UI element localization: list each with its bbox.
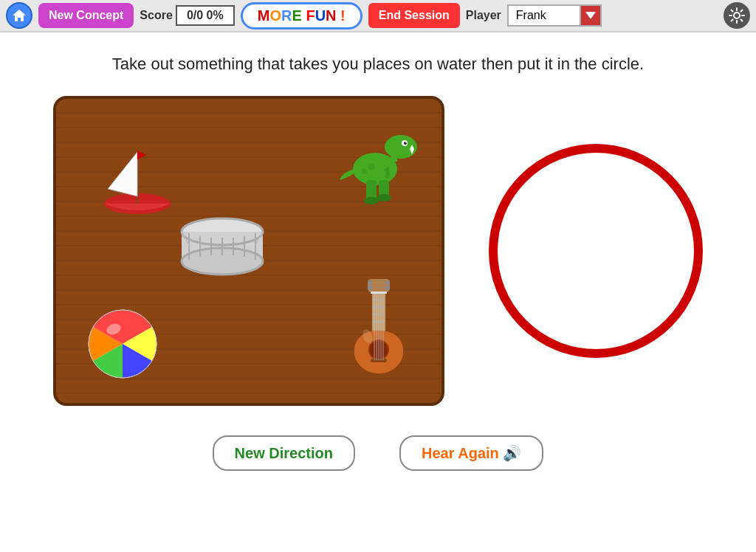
player-select-wrap: [507, 4, 602, 27]
sailboat-item[interactable]: [93, 136, 182, 224]
svg-point-12: [405, 142, 407, 143]
svg-point-2: [734, 13, 740, 18]
player-name-input[interactable]: [507, 4, 581, 27]
beachball-item[interactable]: [86, 307, 159, 381]
bottom-buttons: New Direction Hear Again 🔊: [213, 435, 544, 471]
player-label: Player: [466, 9, 501, 22]
svg-marker-6: [137, 151, 146, 159]
wood-table[interactable]: [53, 96, 444, 406]
svg-point-15: [364, 197, 379, 204]
svg-point-39: [385, 280, 390, 285]
svg-marker-0: [13, 10, 26, 21]
svg-rect-42: [371, 291, 387, 294]
more-fun-button[interactable]: MORE FUN !: [241, 2, 362, 30]
game-area: [0, 96, 756, 406]
new-direction-button[interactable]: New Direction: [213, 435, 355, 471]
header: New Concept Score 0/0 0% MORE FUN ! End …: [0, 0, 756, 32]
svg-point-41: [385, 286, 390, 290]
svg-point-16: [377, 194, 391, 201]
svg-point-17: [368, 163, 375, 170]
svg-marker-1: [585, 12, 596, 19]
hear-again-button[interactable]: Hear Again 🔊: [399, 435, 543, 471]
circle-target[interactable]: [489, 144, 703, 358]
score-value: 0/0 0%: [176, 5, 235, 26]
svg-point-40: [368, 286, 372, 290]
guitar-item[interactable]: [338, 277, 419, 388]
player-dropdown-button[interactable]: [581, 4, 602, 27]
end-session-button[interactable]: End Session: [368, 3, 460, 28]
home-button[interactable]: [6, 2, 32, 29]
svg-point-38: [368, 280, 372, 285]
dinosaur-item[interactable]: [338, 114, 419, 210]
settings-button[interactable]: [724, 2, 750, 29]
drum-item[interactable]: [174, 217, 263, 276]
instruction-text: Take out something that takes you places…: [112, 55, 644, 74]
new-concept-button[interactable]: New Concept: [38, 3, 134, 28]
main-content: Take out something that takes you places…: [0, 32, 756, 552]
score-area: Score 0/0 0%: [140, 5, 234, 26]
svg-point-18: [361, 168, 367, 174]
score-label: Score: [140, 9, 172, 22]
